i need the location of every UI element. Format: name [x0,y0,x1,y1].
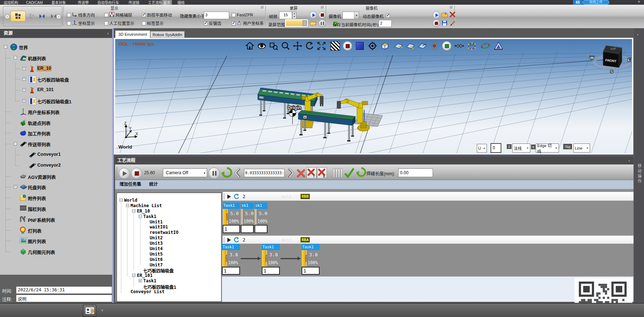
refresh-icon[interactable] [233,237,240,245]
sidebar-item-机器列表[interactable]: −机器列表 [0,53,112,63]
tree-expand-minus[interactable]: − [132,274,135,277]
task-header[interactable]: sk1 [254,202,268,209]
sidebar-item-轨迹点列表[interactable]: 轨迹点列表 [0,117,112,128]
task-qty[interactable]: 1 [223,225,240,233]
sidebar-item-加工件列表[interactable]: 加工件列表 [0,128,112,138]
tree-expand-plus[interactable]: + [22,67,26,70]
checkbox-grid-snap[interactable]: 网格捕捉 [104,12,132,18]
home-icon[interactable] [245,41,254,51]
process-node-Unit4[interactable]: Unit4 [117,246,221,251]
time-field[interactable]: 2022/6/24 15:36:31 [16,286,112,294]
tree-expand-minus[interactable]: − [4,45,7,48]
process-node-Machine List[interactable]: −Machine List [117,203,221,208]
process-node-七巧板四轴吸盘1[interactable]: 七巧板四轴吸盘1 [117,284,221,289]
record-range-bar[interactable] [285,19,308,27]
measure-icon[interactable] [454,41,464,51]
refresh-icon[interactable] [355,167,367,180]
tree-expand-plus[interactable]: + [22,88,26,91]
checkbox-line-direction[interactable]: 线条方向 [67,12,95,18]
sidebar-item-图片列表[interactable]: 图片列表 [0,236,112,246]
sidebar-item-围栏列表[interactable]: 围栏列表 [0,204,112,214]
tree-expand-minus[interactable]: − [14,56,17,59]
checkbox-coordinate-display[interactable]: 坐标显示 [67,20,95,26]
layout-button-active[interactable] [10,11,26,22]
delete-task-icon[interactable]: T [307,167,316,179]
tree-expand-minus[interactable]: − [119,198,123,202]
process-node-七巧板四轴吸盘[interactable]: 七巧板四轴吸盘 [117,267,221,273]
dynamic-camera-checkbox[interactable] [386,14,390,18]
process-node-ER_10[interactable]: −ER_10 [117,209,221,214]
chevron-down-icon[interactable]: ▼ [101,309,104,312]
process-node-Unit6[interactable]: Unit6 [117,257,221,262]
sidebar-item-七巧板四轴吸盘1[interactable]: +七巧板四轴吸盘1 [0,96,112,106]
menu-item-6[interactable]: 传送链 [127,0,141,5]
3d-scene[interactable]: Origin Z Y X World FRONT TOP W E S [115,39,632,153]
fps-spinner[interactable]: ▲▼ [292,12,296,19]
dock-label[interactable]: 移动操作 [636,164,642,184]
play-icon[interactable] [226,194,232,201]
comment-field[interactable]: 说明 [16,295,112,302]
sidebar-item-AGV资源列表[interactable]: AGV资源列表 [0,171,112,181]
process-node-Task1[interactable]: +Task1 [117,278,221,283]
checkbox[interactable] [142,13,146,17]
task-body[interactable]: 5.0100% [241,209,254,225]
fps-input[interactable]: 15 [279,12,292,19]
orbit-icon[interactable] [480,41,490,51]
line-select[interactable]: Line▼ [573,143,590,153]
loop-refresh-icon[interactable] [221,167,233,181]
edge-select[interactable]: Edge 切线▼ [536,143,559,153]
checkbox[interactable] [204,21,208,25]
sidebar-item-世界[interactable]: −世界 [0,42,112,52]
camera-delete-icon[interactable] [449,11,456,19]
step-back-icon[interactable] [234,168,241,180]
taskset-header-RBB[interactable]: 2WeldRBB←→Included [223,192,634,201]
refresh-icon[interactable] [233,194,240,201]
plane-blue-icon[interactable] [355,41,365,51]
pan-icon[interactable] [293,41,302,51]
tree-expand-minus[interactable]: − [139,215,142,218]
tag-button[interactable]: Tag [563,144,572,149]
rotate-icon[interactable] [305,41,314,51]
brush-icon[interactable] [450,20,456,27]
process-node-resetwaitIO[interactable]: resetwaitIO [117,230,221,235]
process-node-waitIO1[interactable]: waitIO1 [117,224,221,230]
ruler-icon[interactable] [493,41,503,51]
tab-add-taskset[interactable]: 增加任务集 [119,180,141,189]
record-pause-button[interactable] [319,20,326,27]
u-value-input[interactable]: 0 [491,143,501,153]
record-stop-button[interactable] [319,11,326,19]
bowtie-blue-icon[interactable] [39,13,45,20]
stop-record-icon[interactable] [343,41,352,51]
task-body[interactable]: 5.0100% [254,209,268,225]
process-node-Conveyor List[interactable]: Conveyor List [117,289,221,294]
process-collapse-icon[interactable]: ‹ [628,157,630,164]
center-icon[interactable] [368,41,377,51]
sidebar-item-ER_10[interactable]: +ER_10 [0,64,112,74]
weld-length-input[interactable]: 0.00 [398,168,433,177]
folder-open-icon[interactable] [441,12,448,19]
sidebar-item-灯列表[interactable]: 灯列表 [0,225,112,235]
delete-icon[interactable] [296,168,306,180]
sidebar-item-ER_101[interactable]: +ER_101 [0,85,112,95]
checkbox[interactable] [232,13,236,17]
process-stop-button[interactable] [131,168,142,179]
plane-flip-y-icon[interactable] [405,41,415,51]
menu-item-3[interactable]: 基本对象 [50,0,67,5]
start-record-icon[interactable] [442,41,451,51]
task-header[interactable]: Task1 [262,244,280,250]
tab-statistics[interactable]: 统计 [149,180,158,189]
checkbox[interactable] [104,13,108,17]
menu-item-2[interactable]: CAD/CAM [25,0,44,5]
tree-expand-plus[interactable]: + [22,77,26,81]
checkbox[interactable] [67,13,71,17]
checkbox-user-coordinate[interactable]: 用户坐标系 [232,20,264,26]
task-body[interactable]: 100%3.8100% [262,250,280,266]
menu-item-4[interactable]: 传送带 [76,0,90,5]
checkbox-fastzpr[interactable]: FastZPR [232,12,253,18]
hidden-pixels-input[interactable]: 3 [204,12,229,19]
tree-expand-minus[interactable]: − [126,204,129,207]
task-header[interactable]: Task1 [223,202,240,209]
timeline-bars-icon[interactable] [333,168,342,178]
rotate-point-icon[interactable] [430,41,439,51]
save-icon[interactable] [442,20,447,27]
